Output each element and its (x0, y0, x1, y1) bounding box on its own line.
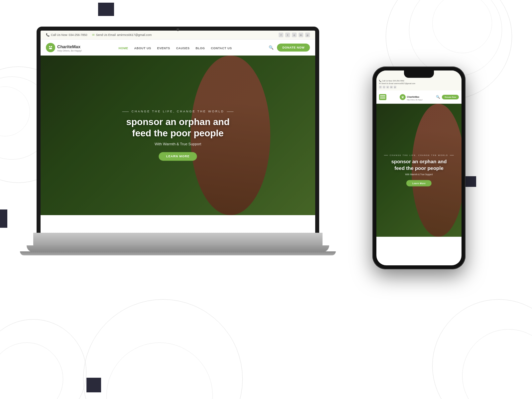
phone-phone-icon: 📞 (379, 80, 381, 82)
phone-logo-icon (400, 94, 406, 100)
phone-topbar-phone: 📞 Call Us Now 034-256-7850 (379, 80, 404, 82)
phone-instagram-icon[interactable]: o (386, 86, 389, 88)
topbar-left: 📞 Call Us Now 034-256-7850 ✉ Send Us Ema… (46, 33, 152, 37)
laptop-body: 📞 Call Us Now 034-256-7850 ✉ Send Us Ema… (33, 27, 323, 286)
phone-topbar-phone-row: 📞 Call Us Now 034-256-7850 (379, 80, 459, 82)
laptop-navbar: ChariteMax Help Others, Be Happy! HOME A… (41, 40, 315, 56)
laptop-hinge (27, 245, 329, 252)
phone-notch (404, 70, 434, 78)
topbar-phone-label: Call Us Now (51, 33, 67, 37)
site-logo[interactable]: ChariteMax Help Others, Be Happy! (46, 43, 82, 52)
phone-pinterest-icon[interactable]: p (394, 86, 396, 88)
laptop-base (33, 233, 323, 246)
phone-email-address: amirmcs0617@gmail.com (394, 82, 415, 84)
hero-title-line2: feed the poor people (132, 128, 223, 138)
hero-title-line1: sponsor an orphan and (126, 117, 229, 127)
logo-text-container: ChariteMax Help Others, Be Happy! (57, 44, 82, 52)
deco-square-left (0, 209, 7, 228)
phone-hero-title-line2: feed the poor people (394, 165, 444, 171)
phone-hero-description: With Warmth & True Support (381, 173, 457, 176)
topbar-email: ✉ Send Us Email amirmcs0617@gmail.com (92, 33, 152, 37)
topbar-phone: 📞 Call Us Now 034-256-7850 (46, 33, 87, 37)
nav-causes-link[interactable]: CAUSES (176, 47, 190, 50)
phone-hero-content: CHANGE THE LIFE, CHANGE THE WORLD sponso… (381, 154, 457, 187)
logo-icon (46, 43, 55, 52)
menu-line-1 (380, 95, 385, 96)
phone-logo-texts: ChariteMax Help Others, Be Happy! (407, 93, 423, 101)
phone-search-icon[interactable]: 🔍 (436, 95, 440, 99)
svg-point-0 (49, 46, 50, 47)
laptop-device: 📞 Call Us Now 034-256-7850 ✉ Send Us Ema… (33, 27, 332, 309)
phone-hero-title-line1: sponsor an orphan and (391, 159, 447, 164)
menu-line-2 (380, 97, 385, 97)
phone-screen: 📞 Call Us Now 034-256-7850 ✉ Send Us Ema… (376, 70, 462, 265)
facebook-icon[interactable]: f (279, 33, 283, 37)
phone-hero: CHANGE THE LIFE, CHANGE THE WORLD sponso… (376, 104, 462, 237)
logo-tagline: Help Others, Be Happy! (57, 50, 82, 52)
twitter-icon[interactable]: t (285, 33, 290, 37)
nav-events[interactable]: EVENTS (157, 45, 170, 51)
hamburger-menu-button[interactable] (379, 94, 386, 100)
email-icon: ✉ (92, 33, 95, 37)
phone-phone-number: 034-256-7850 (393, 80, 404, 82)
topbar-phone-number: 034-256-7850 (69, 33, 87, 37)
phone-topbar-email-row: ✉ Send Us Email amirmcs0617@gmail.com (379, 82, 459, 84)
phone-device: 📞 Call Us Now 034-256-7850 ✉ Send Us Ema… (372, 66, 466, 269)
topbar-email-label: Send Us Email (96, 33, 116, 37)
linkedin-icon[interactable]: in (299, 33, 303, 37)
laptop-bottom-stand (20, 251, 336, 255)
nav-blog-link[interactable]: BLOG (196, 47, 205, 50)
logo-name: ChariteMax (57, 44, 80, 49)
laptop-site-topbar: 📞 Call Us Now 034-256-7850 ✉ Send Us Ema… (41, 31, 315, 40)
deco-square-top (98, 3, 114, 16)
nav-causes[interactable]: CAUSES (176, 45, 190, 51)
phone-email-label: Send Us Email (381, 82, 393, 84)
phone-outer: 📞 Call Us Now 034-256-7850 ✉ Send Us Ema… (372, 66, 466, 269)
phone-nav-right: 🔍 Donate Now (436, 95, 459, 99)
phone-facebook-icon[interactable]: f (379, 86, 382, 88)
phone-learn-more-button[interactable]: Learn More (406, 180, 432, 187)
search-icon[interactable]: 🔍 (269, 45, 274, 50)
phone-logo-name: ChariteMax (407, 96, 419, 98)
nav-about[interactable]: ABOUT US (134, 45, 151, 51)
nav-events-link[interactable]: EVENTS (157, 47, 170, 50)
topbar-email-address: amirmcs0617@gmail.com (117, 33, 152, 37)
hero-content: CHANGE THE LIFE, CHANGE THE WORLD sponso… (54, 110, 301, 161)
svg-point-1 (51, 46, 52, 47)
phone-logo-tagline: Help Others, Be Happy! (407, 99, 423, 101)
phone-linkedin-icon[interactable]: in (390, 86, 393, 88)
pinterest-icon[interactable]: p (305, 33, 310, 37)
phone-email-icon: ✉ (379, 82, 381, 84)
hero-description: With Warmth & True Support (54, 142, 301, 146)
svg-point-2 (402, 96, 403, 97)
nav-home-link[interactable]: HOME (119, 47, 128, 50)
topbar-social: f t o in p (279, 33, 310, 37)
instagram-icon[interactable]: o (292, 33, 297, 37)
learn-more-button[interactable]: LEARN MORE (159, 152, 197, 161)
hero-title: sponsor an orphan and feed the poor peop… (54, 116, 301, 139)
phone-social-icons: f t o in p (379, 85, 459, 89)
phone-hero-title: sponsor an orphan and feed the poor peop… (381, 158, 457, 171)
phone-icon: 📞 (46, 33, 50, 37)
phone-hero-subtitle: CHANGE THE LIFE, CHANGE THE WORLD (381, 154, 457, 156)
nav-right: 🔍 DONATE NOW (269, 44, 310, 52)
nav-links: HOME ABOUT US EVENTS CAUSES BLOG CONTACT… (119, 45, 232, 51)
phone-logo[interactable]: ChariteMax Help Others, Be Happy! (400, 93, 423, 101)
hero-subtitle: CHANGE THE LIFE, CHANGE THE WORLD (54, 110, 301, 113)
phone-phone-label: Call Us Now (382, 80, 392, 82)
laptop-screen-inner: 📞 Call Us Now 034-256-7850 ✉ Send Us Ema… (41, 31, 315, 233)
nav-about-link[interactable]: ABOUT US (134, 47, 151, 50)
phone-topbar-email: ✉ Send Us Email amirmcs0617@gmail.com (379, 82, 415, 84)
laptop-camera (177, 28, 179, 31)
phone-twitter-icon[interactable]: t (383, 86, 385, 88)
svg-point-3 (403, 96, 404, 97)
nav-contact[interactable]: CONTACT US (211, 45, 232, 51)
nav-contact-link[interactable]: CONTACT US (211, 47, 232, 50)
phone-donate-button[interactable]: Donate Now (442, 95, 459, 99)
nav-blog[interactable]: BLOG (196, 45, 205, 51)
laptop-screen-outer: 📞 Call Us Now 034-256-7850 ✉ Send Us Ema… (37, 27, 319, 233)
nav-home[interactable]: HOME (119, 45, 128, 51)
phone-navbar: ChariteMax Help Others, Be Happy! 🔍 Dona… (376, 90, 462, 104)
donate-button[interactable]: DONATE NOW (277, 44, 310, 52)
laptop-hero: CHANGE THE LIFE, CHANGE THE WORLD sponso… (41, 56, 315, 215)
